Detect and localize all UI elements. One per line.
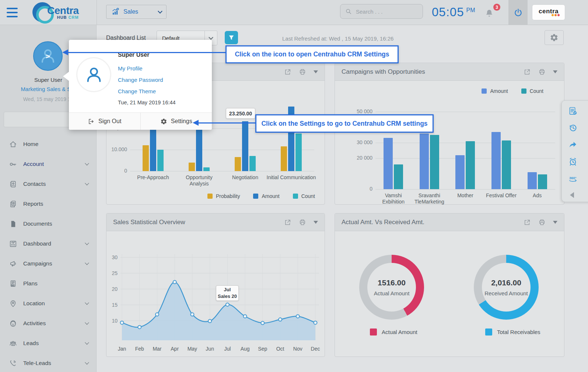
data-point[interactable] — [208, 319, 211, 323]
module-selector[interactable]: Sales — [106, 5, 167, 19]
data-point[interactable] — [314, 321, 317, 324]
y-tick-label: 20 — [112, 286, 118, 292]
data-point[interactable] — [279, 318, 282, 321]
caret-down-icon[interactable] — [553, 221, 557, 224]
sidebar-item-dashboard[interactable]: Dashboard — [0, 234, 97, 254]
notifications-button[interactable]: 3 — [484, 6, 499, 21]
sidebar-item-plans[interactable]: Plans — [0, 274, 97, 293]
popup-avatar — [76, 57, 111, 92]
sidebar-item-reports[interactable]: Reports — [0, 194, 97, 214]
external-link-icon[interactable] — [524, 219, 531, 226]
y-tick-label: 25 — [112, 270, 118, 276]
data-point[interactable] — [261, 321, 264, 325]
data-point[interactable] — [190, 313, 194, 316]
x-tick-label: Sep — [258, 346, 267, 352]
sidebar-item-activities[interactable]: Activities — [0, 313, 97, 333]
corner-brand-text: centra — [539, 8, 559, 14]
sidebar-item-location[interactable]: Location — [0, 293, 97, 313]
data-point[interactable] — [296, 314, 300, 318]
filter-button[interactable] — [225, 31, 238, 44]
external-link-icon[interactable] — [284, 219, 291, 226]
bar-amount — [384, 138, 393, 189]
bar-count — [203, 167, 210, 171]
top-bar: Centra HUB CRM Sales 05:05 PM 3 centra — [0, 0, 588, 25]
print-icon[interactable] — [299, 219, 306, 226]
bar-amount — [528, 172, 537, 189]
sidebar-item-label: Reports — [23, 201, 88, 207]
teleleads-icon — [9, 359, 17, 368]
data-point[interactable] — [244, 314, 247, 318]
sidebar-item-label: Location — [23, 300, 85, 307]
caret-down-icon[interactable] — [314, 221, 318, 224]
logo-hub-text: HUB — [57, 15, 67, 20]
data-point[interactable] — [155, 313, 159, 316]
change-theme-link[interactable]: Change Theme — [118, 88, 156, 94]
tasks-icon[interactable] — [568, 106, 578, 116]
print-icon[interactable] — [538, 219, 546, 226]
donut-value: 1516.00 — [378, 278, 406, 287]
legend-item: Count — [293, 193, 315, 199]
change-password-link[interactable]: Change Password — [118, 77, 163, 83]
clock: 05:05 PM — [432, 5, 475, 19]
bar-probability — [143, 145, 149, 171]
data-point[interactable] — [120, 321, 124, 324]
popup-datetime: Tue, 21 May 2019 16:44 — [118, 100, 176, 105]
sign-out-button[interactable]: Sign Out — [69, 113, 140, 130]
search-icon — [345, 8, 352, 15]
x-category-label: Festival Offer — [486, 192, 517, 199]
data-point[interactable] — [138, 326, 141, 329]
hamburger-menu-icon[interactable] — [7, 8, 18, 17]
user-avatar[interactable]: > — [33, 41, 63, 71]
bar-amount — [420, 133, 429, 189]
y-tick-label: 30 — [112, 254, 118, 260]
settings-button[interactable]: Settings — [140, 113, 212, 130]
panel-title: Sales Statistical Overview — [113, 219, 284, 226]
app-logo: Centra HUB CRM — [32, 2, 79, 22]
print-icon[interactable] — [538, 68, 546, 76]
data-point[interactable] — [173, 281, 176, 284]
bar-amount — [491, 132, 501, 189]
sidebar-item-label: Dashboard — [23, 240, 85, 247]
chevron-down-icon — [85, 340, 89, 344]
sidebar-item-label: Contacts — [23, 181, 85, 187]
key-icon — [9, 160, 17, 168]
alarm-icon[interactable] — [568, 157, 578, 167]
legend-label: Probability — [216, 193, 240, 199]
external-link-icon[interactable] — [524, 68, 531, 76]
avatar-expand-icon: > — [46, 52, 50, 60]
sidebar-item-leads[interactable]: Leads — [0, 333, 97, 353]
logout-power-button[interactable] — [508, 0, 528, 25]
collapse-toolbar-icon[interactable] — [570, 192, 574, 198]
sidebar-item-campaigns[interactable]: Campaigns — [0, 254, 97, 274]
sign-out-label: Sign Out — [98, 118, 121, 125]
sidebar-item-home[interactable]: Home — [0, 134, 97, 154]
print-icon[interactable] — [299, 68, 306, 76]
sidebar-item-account[interactable]: Account — [0, 154, 97, 174]
my-profile-link[interactable]: My Profile — [118, 65, 143, 72]
sidebar-item-label: Account — [23, 161, 85, 167]
popup-footer: Sign Out Settings — [69, 112, 212, 130]
legend-item: Probability — [207, 193, 240, 199]
history-icon[interactable] — [568, 123, 578, 133]
corner-brand-dots — [552, 14, 560, 16]
bell-icon — [484, 8, 494, 18]
legend-item: Amount — [482, 88, 508, 94]
external-link-icon[interactable] — [284, 68, 291, 76]
caret-down-icon[interactable] — [314, 70, 318, 73]
sidebar-item-tele-leads[interactable]: Tele-Leads — [0, 353, 97, 372]
sidebar-item-contacts[interactable]: Contacts — [0, 174, 97, 194]
share-icon[interactable] — [568, 140, 578, 150]
funnel-icon — [228, 34, 235, 41]
caret-down-icon[interactable] — [553, 70, 557, 73]
data-point[interactable] — [226, 303, 229, 306]
deg360-icon[interactable] — [568, 174, 578, 184]
chevron-down-icon — [85, 360, 89, 364]
crm-settings-button[interactable] — [545, 30, 564, 45]
sidebar-item-label: Home — [23, 141, 88, 147]
sidebar-item-documents[interactable]: Documents — [0, 214, 97, 234]
person-icon — [84, 65, 104, 85]
search-input[interactable] — [356, 8, 415, 15]
user-menu-popup: Super User My Profile Change Password Ch… — [69, 40, 212, 130]
sidebar-item-label: Campaigns — [23, 260, 85, 267]
gridline — [375, 189, 555, 190]
